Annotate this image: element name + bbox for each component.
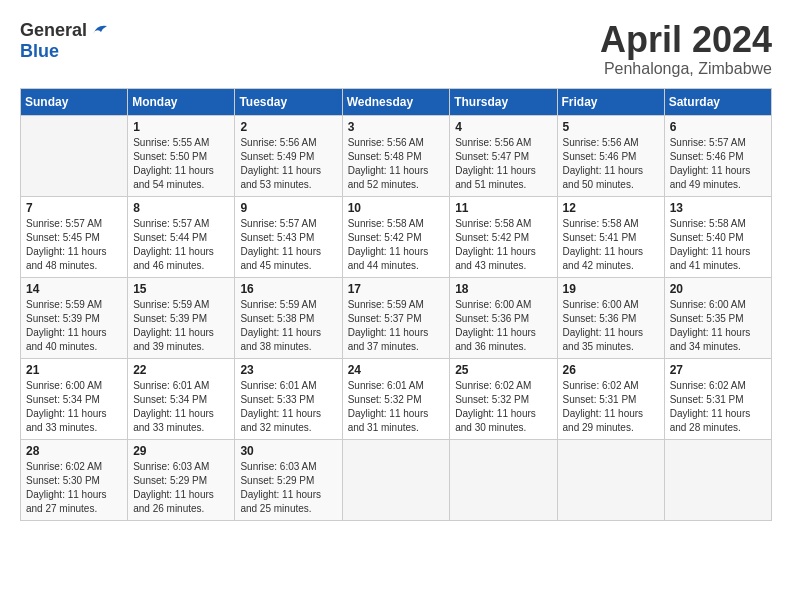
logo: General Blue [20,20,111,62]
day-info-line: Daylight: 11 hours [563,245,659,259]
day-info: Sunrise: 6:00 AMSunset: 5:35 PMDaylight:… [670,298,766,354]
day-of-week-row: SundayMondayTuesdayWednesdayThursdayFrid… [21,88,772,115]
day-number: 2 [240,120,336,134]
day-info-line: and 50 minutes. [563,178,659,192]
calendar-cell: 13Sunrise: 5:58 AMSunset: 5:40 PMDayligh… [664,196,771,277]
day-info-line: Daylight: 11 hours [455,326,551,340]
day-info-line: Sunset: 5:43 PM [240,231,336,245]
day-info-line: Daylight: 11 hours [563,164,659,178]
day-info-line: Daylight: 11 hours [670,326,766,340]
day-number: 4 [455,120,551,134]
day-info-line: Sunrise: 5:58 AM [563,217,659,231]
day-info-line: Sunset: 5:49 PM [240,150,336,164]
day-info-line: Sunrise: 5:55 AM [133,136,229,150]
day-info-line: Sunrise: 6:00 AM [563,298,659,312]
day-info-line: and 28 minutes. [670,421,766,435]
day-info-line: and 32 minutes. [240,421,336,435]
day-info-line: Sunrise: 5:57 AM [240,217,336,231]
day-info-line: Sunrise: 6:02 AM [26,460,122,474]
day-info-line: and 33 minutes. [26,421,122,435]
day-info-line: and 43 minutes. [455,259,551,273]
month-title: April 2024 [600,20,772,60]
day-info-line: and 29 minutes. [563,421,659,435]
day-info: Sunrise: 6:02 AMSunset: 5:31 PMDaylight:… [670,379,766,435]
day-number: 30 [240,444,336,458]
day-info: Sunrise: 5:58 AMSunset: 5:42 PMDaylight:… [455,217,551,273]
day-info: Sunrise: 6:02 AMSunset: 5:30 PMDaylight:… [26,460,122,516]
day-info-line: Daylight: 11 hours [26,488,122,502]
day-info-line: Daylight: 11 hours [133,407,229,421]
day-number: 24 [348,363,445,377]
calendar-cell: 25Sunrise: 6:02 AMSunset: 5:32 PMDayligh… [450,358,557,439]
day-info-line: Sunset: 5:38 PM [240,312,336,326]
day-info: Sunrise: 5:56 AMSunset: 5:47 PMDaylight:… [455,136,551,192]
day-info-line: Sunrise: 6:02 AM [670,379,766,393]
day-info-line: Daylight: 11 hours [133,326,229,340]
day-number: 19 [563,282,659,296]
day-info-line: Sunset: 5:31 PM [563,393,659,407]
calendar-cell: 14Sunrise: 5:59 AMSunset: 5:39 PMDayligh… [21,277,128,358]
day-info-line: and 38 minutes. [240,340,336,354]
day-info-line: Sunrise: 6:03 AM [240,460,336,474]
day-info-line: Sunset: 5:39 PM [133,312,229,326]
day-info-line: and 37 minutes. [348,340,445,354]
day-number: 20 [670,282,766,296]
day-info: Sunrise: 6:00 AMSunset: 5:36 PMDaylight:… [455,298,551,354]
calendar-cell: 10Sunrise: 5:58 AMSunset: 5:42 PMDayligh… [342,196,450,277]
day-info-line: Sunrise: 5:59 AM [26,298,122,312]
day-info: Sunrise: 5:57 AMSunset: 5:46 PMDaylight:… [670,136,766,192]
day-number: 12 [563,201,659,215]
logo-general-text: General [20,21,87,41]
day-info-line: Sunrise: 6:00 AM [455,298,551,312]
calendar-cell: 24Sunrise: 6:01 AMSunset: 5:32 PMDayligh… [342,358,450,439]
day-info-line: Sunset: 5:44 PM [133,231,229,245]
day-info-line: Sunrise: 6:03 AM [133,460,229,474]
day-number: 28 [26,444,122,458]
day-info-line: Sunrise: 5:57 AM [26,217,122,231]
day-info-line: Sunset: 5:50 PM [133,150,229,164]
day-info-line: Sunset: 5:45 PM [26,231,122,245]
day-info-line: Sunrise: 6:01 AM [133,379,229,393]
day-info-line: Sunrise: 5:58 AM [348,217,445,231]
day-of-week-header: Sunday [21,88,128,115]
calendar-cell: 5Sunrise: 5:56 AMSunset: 5:46 PMDaylight… [557,115,664,196]
calendar-cell: 11Sunrise: 5:58 AMSunset: 5:42 PMDayligh… [450,196,557,277]
day-info-line: Daylight: 11 hours [348,164,445,178]
day-info-line: Sunrise: 5:56 AM [563,136,659,150]
day-info-line: Sunset: 5:41 PM [563,231,659,245]
day-info-line: and 51 minutes. [455,178,551,192]
day-info: Sunrise: 5:57 AMSunset: 5:43 PMDaylight:… [240,217,336,273]
day-number: 16 [240,282,336,296]
calendar-cell: 17Sunrise: 5:59 AMSunset: 5:37 PMDayligh… [342,277,450,358]
day-info-line: and 33 minutes. [133,421,229,435]
day-info-line: Sunrise: 5:56 AM [348,136,445,150]
calendar-cell [342,439,450,520]
calendar-cell: 19Sunrise: 6:00 AMSunset: 5:36 PMDayligh… [557,277,664,358]
calendar-cell: 7Sunrise: 5:57 AMSunset: 5:45 PMDaylight… [21,196,128,277]
day-number: 21 [26,363,122,377]
calendar-week-row: 1Sunrise: 5:55 AMSunset: 5:50 PMDaylight… [21,115,772,196]
day-info-line: Sunset: 5:34 PM [133,393,229,407]
location-text: Penhalonga, Zimbabwe [600,60,772,78]
calendar-cell: 26Sunrise: 6:02 AMSunset: 5:31 PMDayligh… [557,358,664,439]
day-info-line: and 54 minutes. [133,178,229,192]
day-info-line: and 48 minutes. [26,259,122,273]
calendar-cell [664,439,771,520]
day-info-line: Daylight: 11 hours [240,164,336,178]
day-number: 17 [348,282,445,296]
day-info-line: Sunset: 5:29 PM [133,474,229,488]
day-of-week-header: Thursday [450,88,557,115]
day-info-line: Sunset: 5:36 PM [563,312,659,326]
day-info-line: Sunset: 5:40 PM [670,231,766,245]
day-info: Sunrise: 5:59 AMSunset: 5:37 PMDaylight:… [348,298,445,354]
day-info-line: Sunrise: 6:01 AM [240,379,336,393]
day-info-line: Sunrise: 5:56 AM [240,136,336,150]
calendar-cell: 20Sunrise: 6:00 AMSunset: 5:35 PMDayligh… [664,277,771,358]
day-info-line: Sunset: 5:47 PM [455,150,551,164]
calendar-cell: 15Sunrise: 5:59 AMSunset: 5:39 PMDayligh… [128,277,235,358]
day-info-line: Daylight: 11 hours [563,407,659,421]
day-info-line: and 44 minutes. [348,259,445,273]
day-info-line: Sunset: 5:33 PM [240,393,336,407]
day-info-line: Sunset: 5:30 PM [26,474,122,488]
day-info-line: and 49 minutes. [670,178,766,192]
